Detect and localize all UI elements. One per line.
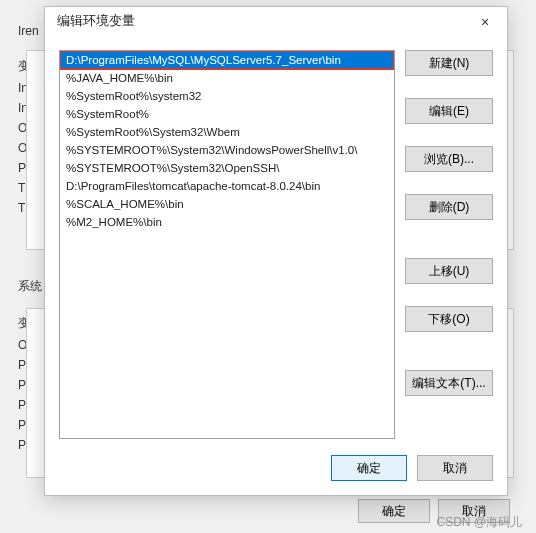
edit-text-button[interactable]: 编辑文本(T)... [405,370,493,396]
dialog-footer: 确定 取消 [45,445,507,495]
watermark: CSDN @海码儿 [436,514,522,531]
close-icon[interactable]: × [473,14,497,30]
list-item[interactable]: D:\ProgramFiles\tomcat\apache-tomcat-8.0… [60,177,394,195]
dialog-titlebar: 编辑环境变量 × [45,7,507,36]
list-item[interactable]: %SystemRoot% [60,105,394,123]
move-down-button[interactable]: 下移(O) [405,306,493,332]
move-up-button[interactable]: 上移(U) [405,258,493,284]
list-item[interactable]: %SystemRoot%\System32\Wbem [60,123,394,141]
list-item[interactable]: %SYSTEMROOT%\System32\WindowsPowerShell\… [60,141,394,159]
list-item[interactable]: %SystemRoot%\system32 [60,87,394,105]
list-item[interactable]: %M2_HOME%\bin [60,213,394,231]
browse-button[interactable]: 浏览(B)... [405,146,493,172]
edit-button[interactable]: 编辑(E) [405,98,493,124]
side-buttons: 新建(N) 编辑(E) 浏览(B)... 删除(D) 上移(U) 下移(O) 编… [405,50,493,439]
list-item[interactable]: %SYSTEMROOT%\System32\OpenSSH\ [60,159,394,177]
path-list[interactable]: D:\ProgramFiles\MySQL\MySQLServer5.7_Ser… [59,50,395,439]
edit-env-dialog: 编辑环境变量 × D:\ProgramFiles\MySQL\MySQLServ… [44,6,508,496]
list-item[interactable]: D:\ProgramFiles\MySQL\MySQLServer5.7_Ser… [60,51,394,69]
cancel-button[interactable]: 取消 [417,455,493,481]
dialog-title: 编辑环境变量 [57,13,135,30]
ok-button[interactable]: 确定 [331,455,407,481]
parent-ok-button[interactable]: 确定 [358,499,430,523]
delete-button[interactable]: 删除(D) [405,194,493,220]
new-button[interactable]: 新建(N) [405,50,493,76]
list-item[interactable]: %JAVA_HOME%\bin [60,69,394,87]
list-item[interactable]: %SCALA_HOME%\bin [60,195,394,213]
